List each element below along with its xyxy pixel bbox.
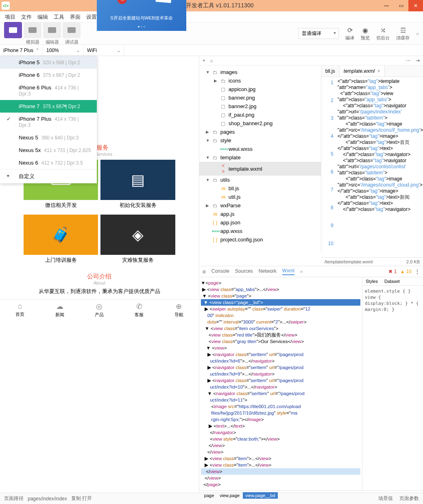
- code-text[interactable]: <"attr">class="tag">template "attr">name…: [336, 77, 423, 257]
- breadcrumb-item[interactable]: view.page: [217, 492, 242, 499]
- dbg-menu-icon[interactable]: ⋮: [415, 269, 420, 274]
- file-item[interactable]: wxssweui.wxss: [199, 145, 321, 153]
- line-gutter: 12345678910: [321, 77, 336, 257]
- folder-item[interactable]: ▼🗀style: [199, 136, 321, 145]
- code-tab[interactable]: bll.js: [321, 65, 340, 76]
- file-item[interactable]: ▢banner.png: [199, 93, 321, 102]
- debugger-panel: ⧈ Console Sources Network Wxml » ✖ 1 ▲ 1…: [199, 266, 423, 500]
- code-statusbar: /template/template.wxml 2.0 KB: [321, 257, 423, 266]
- service-card[interactable]: 🧳: [24, 215, 98, 255]
- menu-edit[interactable]: 编辑: [37, 13, 48, 21]
- cloud-icon: ☁: [56, 302, 63, 311]
- service-card[interactable]: ◈: [100, 215, 175, 255]
- device-option[interactable]: Nexus 6412 x 732 | Dpr:3.5: [0, 156, 97, 169]
- minimize-button[interactable]: —: [379, 0, 394, 11]
- error-badge[interactable]: ✖ 1: [388, 269, 397, 274]
- device-dropdown: iPhone 5320 x 568 | Dpr:2 iPhone 6375 x …: [0, 56, 97, 183]
- file-item[interactable]: ▢banner2.jpg: [199, 102, 321, 111]
- new-file-button[interactable]: +: [203, 58, 205, 63]
- tab-news[interactable]: ☁新闻: [40, 300, 80, 320]
- menu-project[interactable]: 项目: [5, 13, 15, 21]
- menu-tool[interactable]: 工具: [54, 13, 64, 21]
- search-button[interactable]: ⌕: [210, 58, 213, 63]
- app-logo-icon: </>: [2, 2, 10, 10]
- menu-file[interactable]: 文件: [21, 13, 32, 21]
- device-option[interactable]: iPhone 6 Plus414 x 736 | Dpr:3: [0, 81, 97, 100]
- footer-actions[interactable]: 复制 打开: [71, 495, 92, 502]
- simulator-screen: :31 100% ▮ 浪CMS家族 ••• % % % S开启全新建站与WEB技…: [97, 0, 186, 31]
- shield-icon: ◈: [132, 226, 144, 243]
- sim-banner[interactable]: % % % S开启全新建站与WEB技术革命 ● ○ ○: [97, 0, 186, 31]
- clear-cache-button[interactable]: ☲清缓存: [396, 26, 410, 41]
- file-item[interactable]: ▢shop_banner2.png: [199, 119, 321, 128]
- close-tab-icon[interactable]: ×: [377, 68, 380, 74]
- about-text: 从华夏互联，到逐浪软件，秉承为客户提供优质产品: [0, 286, 199, 297]
- file-item[interactable]: < >template.wxml: [199, 162, 321, 176]
- folder-item[interactable]: ▼🗀images: [199, 68, 321, 76]
- inspect-icon[interactable]: ⧈: [203, 269, 206, 274]
- file-item[interactable]: JSapp.js: [199, 210, 321, 218]
- wxml-tree[interactable]: ▼<page> ▶ <view class="app_tabs">...</vi…: [199, 277, 362, 490]
- collapse-button[interactable]: ⇥: [416, 58, 420, 63]
- file-item[interactable]: ▢if_paul.png: [199, 111, 321, 119]
- tab-nav[interactable]: ⊕导航: [159, 300, 199, 320]
- menu-settings[interactable]: 设置: [86, 13, 97, 21]
- file-item[interactable]: JSbll.js: [199, 184, 321, 193]
- footer-path-label: 页面路径: [4, 495, 24, 502]
- folder-item[interactable]: ▼🗀template: [199, 153, 321, 162]
- eye-icon: ◉: [362, 26, 368, 34]
- file-item[interactable]: wxssapp.wxss: [199, 227, 321, 235]
- tab-home[interactable]: ⌂首页: [0, 300, 40, 320]
- menu-interface[interactable]: 界面: [70, 13, 81, 21]
- more-button[interactable]: ⋯: [406, 58, 411, 63]
- about-title: 公司介绍 About: [0, 269, 199, 286]
- warning-badge[interactable]: ▲ 10: [400, 269, 412, 274]
- dataset-tab[interactable]: Dataset: [381, 277, 403, 285]
- window-titlebar: </> 逐浪软件商城 - 微信开发者工具 v1.01.1711300 — ▭ ✕: [0, 0, 423, 11]
- device-option[interactable]: Nexus 5360 x 640 | Dpr:3: [0, 131, 97, 144]
- more-tabs-icon[interactable]: »: [300, 269, 303, 274]
- sim-tabbar: ⌂首页 ☁新闻 ◎产品 ✆客服 ⊕导航: [0, 299, 199, 320]
- footer-scene[interactable]: 场景值: [378, 495, 393, 502]
- dbg-tab-wxml[interactable]: Wxml: [282, 268, 294, 275]
- file-item[interactable]: { }project.config.json: [199, 235, 321, 244]
- device-option[interactable]: iPhone 6375 x 667 | Dpr:2: [0, 69, 97, 81]
- maximize-button[interactable]: ▭: [394, 0, 408, 11]
- device-option-selected[interactable]: ✓iPhone 7 Plus414 x 736 | Dpr:3: [0, 113, 97, 131]
- compile-button[interactable]: ⟳编译: [345, 26, 354, 41]
- close-button[interactable]: ✕: [408, 0, 423, 11]
- breadcrumb-item-active[interactable]: view.page__bd: [243, 492, 277, 499]
- device-option[interactable]: Nexus 5x411 x 731 | Dpr:2.625: [0, 144, 97, 156]
- dbg-tab-console[interactable]: Console: [212, 268, 229, 275]
- more-icon[interactable]: »: [416, 31, 419, 37]
- footer-params[interactable]: 页面参数: [399, 495, 419, 502]
- service-card[interactable]: ▤: [100, 160, 175, 200]
- file-item[interactable]: JSutil.js: [199, 193, 321, 201]
- file-item[interactable]: { }app.json: [199, 218, 321, 227]
- breadcrumb-item[interactable]: page: [202, 492, 216, 499]
- simulator-panel: iPhone 5320 x 568 | Dpr:2 iPhone 6375 x …: [0, 56, 199, 493]
- dbg-tab-sources[interactable]: Sources: [235, 268, 253, 275]
- code-tab-active[interactable]: template.wxml ×: [340, 65, 385, 76]
- folder-item[interactable]: ▶🗀icons: [199, 76, 321, 85]
- tab-service[interactable]: ✆客服: [119, 300, 159, 320]
- styles-body[interactable]: element.style { } view { display:block; …: [362, 286, 423, 315]
- stack-icon: ☲: [400, 26, 406, 34]
- switch-icon: ⤭: [380, 26, 386, 34]
- folder-item[interactable]: ▼🗀utils: [199, 176, 321, 184]
- device-option-highlighted[interactable]: iPhone 7375 x 667 | Dpr:2⌖: [0, 100, 97, 113]
- file-item[interactable]: ▢appicon.jpg: [199, 85, 321, 93]
- home-icon: ⌂: [17, 302, 22, 311]
- preview-button[interactable]: ◉预览: [361, 26, 370, 41]
- tab-product[interactable]: ◎产品: [80, 300, 120, 320]
- styles-tab[interactable]: Styles: [362, 277, 381, 285]
- dbg-tab-network[interactable]: Network: [259, 268, 277, 275]
- folder-item[interactable]: ▶🗀wxParse: [199, 201, 321, 210]
- device-option[interactable]: iPhone 5320 x 568 | Dpr:2: [0, 56, 97, 69]
- device-custom[interactable]: +自定义: [0, 169, 97, 183]
- code-editor: bll.js template.wxml × 12345678910 <"att…: [321, 65, 423, 266]
- wxml-selected-line[interactable]: ▼ <view class="page__bd">: [201, 299, 360, 306]
- folder-item[interactable]: ▶🗀pages: [199, 128, 321, 136]
- compile-mode-select[interactable]: 普通编译 ▾: [298, 28, 339, 39]
- background-button[interactable]: ⤭切后台: [376, 26, 390, 41]
